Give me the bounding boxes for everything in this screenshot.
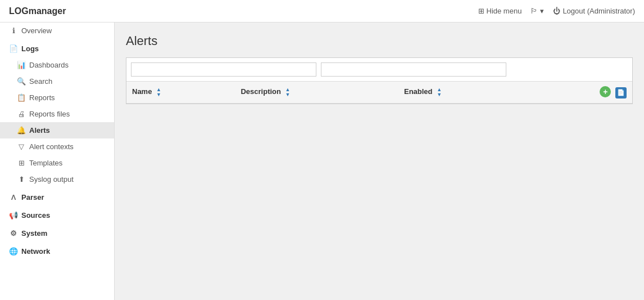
printer-icon: 🖨 xyxy=(17,110,26,118)
gear-icon: ⚙ xyxy=(9,229,18,238)
col-description-label: Description xyxy=(241,87,281,96)
sidebar-item-label: Dashboards xyxy=(29,61,69,69)
sidebar-section-system[interactable]: ⚙ System xyxy=(0,223,114,241)
col-actions: + 📄 xyxy=(530,82,632,103)
upload-icon: ⬆ xyxy=(17,175,26,183)
sidebar-item-reports-files[interactable]: 🖨 Reports files xyxy=(0,106,114,122)
sidebar: ℹ Overview 📄 Logs 📊 Dashboards 🔍 Search … xyxy=(0,23,115,300)
sidebar-item-label: Logs xyxy=(21,44,39,53)
page-title: Alerts xyxy=(126,34,633,48)
filter-description-input[interactable] xyxy=(321,62,506,77)
bell-icon: 🔔 xyxy=(17,126,26,135)
sidebar-item-label: Sources xyxy=(21,211,50,220)
sidebar-item-templates[interactable]: ⊞ Templates xyxy=(0,155,114,171)
sidebar-section-logs: 📄 Logs xyxy=(0,39,114,57)
sidebar-item-label: Search xyxy=(29,77,52,86)
sidebar-item-alerts[interactable]: 🔔 Alerts xyxy=(0,122,114,138)
sidebar-item-label: Syslog output xyxy=(29,175,74,183)
filter-icon: ▽ xyxy=(17,142,26,151)
col-enabled[interactable]: Enabled ▲ ▼ xyxy=(398,82,530,103)
sidebar-item-dashboards[interactable]: 📊 Dashboards xyxy=(0,57,114,73)
megaphone-icon: 📢 xyxy=(9,211,18,220)
add-alert-button[interactable]: + xyxy=(600,86,611,97)
search-icon: 🔍 xyxy=(17,77,26,86)
import-alert-button[interactable]: 📄 xyxy=(615,87,627,98)
info-icon: ℹ xyxy=(9,26,18,35)
alerts-table-container: Name ▲ ▼ Description ▲ ▼ xyxy=(126,57,633,104)
filter-name-input[interactable] xyxy=(131,62,316,77)
col-enabled-label: Enabled xyxy=(404,87,433,96)
sidebar-item-label: System xyxy=(21,229,47,238)
file-icon: 📄 xyxy=(9,44,18,53)
bar-chart-icon: 📊 xyxy=(17,61,26,69)
sidebar-item-label: Reports files xyxy=(29,110,70,118)
layout: ℹ Overview 📄 Logs 📊 Dashboards 🔍 Search … xyxy=(0,23,644,300)
alerts-table: Name ▲ ▼ Description ▲ ▼ xyxy=(126,82,632,104)
globe-icon: 🌐 xyxy=(9,247,18,256)
language-button[interactable]: 🏳 ▾ xyxy=(530,7,544,15)
sidebar-item-label: Network xyxy=(21,247,50,256)
reports-icon: 📋 xyxy=(17,93,26,102)
sidebar-item-label: Reports xyxy=(29,93,55,102)
name-sort-down: ▼ xyxy=(156,92,161,97)
description-sort-down: ▼ xyxy=(285,92,291,97)
enabled-sort-down: ▼ xyxy=(437,92,442,97)
sidebar-item-label: Templates xyxy=(29,159,62,167)
topbar: LOGmanager ⊞ Hide menu 🏳 ▾ ⏻ Logout (Adm… xyxy=(0,0,644,23)
sidebar-section-network[interactable]: 🌐 Network xyxy=(0,241,114,259)
sidebar-item-reports[interactable]: 📋 Reports xyxy=(0,89,114,106)
description-sort-arrows[interactable]: ▲ ▼ xyxy=(285,87,291,97)
templates-icon: ⊞ xyxy=(17,159,26,167)
grid-icon: ⊞ xyxy=(478,7,484,15)
col-description[interactable]: Description ▲ ▼ xyxy=(235,82,398,103)
table-header-row: Name ▲ ▼ Description ▲ ▼ xyxy=(126,82,632,103)
sidebar-item-syslog-output[interactable]: ⬆ Syslog output xyxy=(0,171,114,187)
sidebar-item-label: Alerts xyxy=(29,126,50,135)
sidebar-section-parser[interactable]: Λ Parser xyxy=(0,187,114,205)
app-logo: LOGmanager xyxy=(9,6,66,16)
power-icon: ⏻ xyxy=(553,7,560,15)
sidebar-section-sources[interactable]: 📢 Sources xyxy=(0,205,114,223)
sidebar-item-alert-contexts[interactable]: ▽ Alert contexts xyxy=(0,138,114,155)
sidebar-item-overview[interactable]: ℹ Overview xyxy=(0,23,114,39)
sidebar-item-label: Parser xyxy=(21,193,44,202)
topbar-actions: ⊞ Hide menu 🏳 ▾ ⏻ Logout (Administrator) xyxy=(478,7,636,15)
chevron-down-icon: ▾ xyxy=(540,7,544,15)
sidebar-item-search[interactable]: 🔍 Search xyxy=(0,73,114,89)
parser-icon: Λ xyxy=(9,193,18,202)
name-sort-arrows[interactable]: ▲ ▼ xyxy=(156,87,161,97)
col-name-label: Name xyxy=(132,87,152,96)
sidebar-item-label: Alert contexts xyxy=(29,142,74,151)
logout-button[interactable]: ⏻ Logout (Administrator) xyxy=(553,7,635,15)
hide-menu-button[interactable]: ⊞ Hide menu xyxy=(478,7,522,15)
sidebar-item-label: Overview xyxy=(21,26,52,35)
main-content: Alerts Name ▲ ▼ xyxy=(115,23,644,300)
col-name[interactable]: Name ▲ ▼ xyxy=(126,82,235,103)
enabled-sort-arrows[interactable]: ▲ ▼ xyxy=(437,87,442,97)
table-filters xyxy=(126,58,632,82)
flag-icon: 🏳 xyxy=(530,7,538,15)
